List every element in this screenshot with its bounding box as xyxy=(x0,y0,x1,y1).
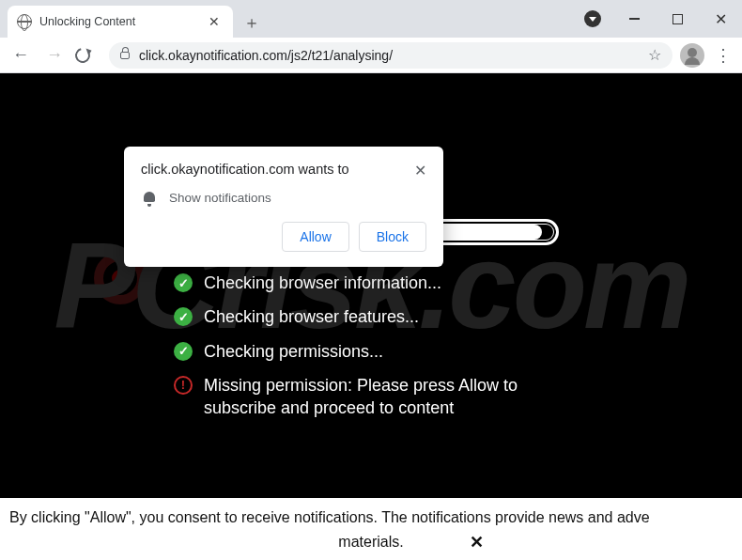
new-tab-button[interactable]: ＋ xyxy=(239,9,265,36)
check-text: Checking browser features... xyxy=(204,305,419,328)
address-bar[interactable]: click.okaynotification.com/js2/t21/analy… xyxy=(109,42,672,69)
footer-text-line1: By clicking "Allow", you consent to rece… xyxy=(9,509,733,526)
account-dropdown-icon[interactable] xyxy=(584,10,601,27)
check-row: ✓Checking browser information... xyxy=(174,272,568,294)
lock-icon xyxy=(120,52,130,59)
browser-toolbar: ← → click.okaynotification.com/js2/t21/a… xyxy=(0,38,742,73)
checkmark-icon: ✓ xyxy=(174,307,193,326)
window-minimize-button[interactable] xyxy=(612,5,656,33)
back-button[interactable]: ← xyxy=(8,45,34,65)
allow-button[interactable]: Allow xyxy=(282,222,348,252)
bell-icon xyxy=(143,192,156,205)
forward-button[interactable]: → xyxy=(41,45,68,65)
profile-avatar-icon[interactable] xyxy=(680,43,704,68)
permission-request-label: Show notifications xyxy=(169,191,271,205)
notification-permission-popup: click.okaynotification.com wants to ✕ Sh… xyxy=(124,147,443,267)
check-row: ✓Checking permissions... xyxy=(174,340,568,363)
footer-close-icon[interactable]: ✕ xyxy=(470,532,484,552)
menu-kebab-icon[interactable]: ⋮ xyxy=(712,45,734,66)
consent-footer: By clicking "Allow", you consent to rece… xyxy=(0,498,742,560)
globe-icon xyxy=(17,14,32,29)
check-row: !Missing permission: Please press Allow … xyxy=(174,374,568,420)
check-list: ✓Checking browser information...✓Checkin… xyxy=(174,272,568,430)
bookmark-star-icon[interactable]: ☆ xyxy=(648,46,661,64)
close-icon[interactable]: ✕ xyxy=(414,162,426,179)
checkmark-icon: ✓ xyxy=(174,342,193,361)
reload-button[interactable] xyxy=(75,48,101,63)
check-text: Missing permission: Please press Allow t… xyxy=(204,374,568,420)
checkmark-icon: ✓ xyxy=(174,273,193,292)
check-text: Checking permissions... xyxy=(204,340,383,363)
titlebar: Unlocking Content ✕ ＋ ✕ xyxy=(0,0,742,38)
check-text: Checking browser information... xyxy=(204,272,441,294)
url-text: click.okaynotification.com/js2/t21/analy… xyxy=(139,48,639,63)
window-close-button[interactable]: ✕ xyxy=(699,5,742,33)
error-icon: ! xyxy=(174,376,193,395)
window-maximize-button[interactable] xyxy=(656,5,699,33)
tab-title: Unlocking Content xyxy=(39,15,197,28)
tab-close-icon[interactable]: ✕ xyxy=(205,14,224,29)
block-button[interactable]: Block xyxy=(359,222,426,252)
permission-origin-text: click.okaynotification.com wants to xyxy=(141,162,407,177)
check-row: ✓Checking browser features... xyxy=(174,305,568,328)
browser-tab[interactable]: Unlocking Content ✕ xyxy=(8,6,233,38)
window-controls: ✕ xyxy=(584,0,742,38)
page-content: PCrisk.com ✓Checking browser information… xyxy=(0,73,742,498)
footer-text-line2: materials. xyxy=(9,534,733,551)
